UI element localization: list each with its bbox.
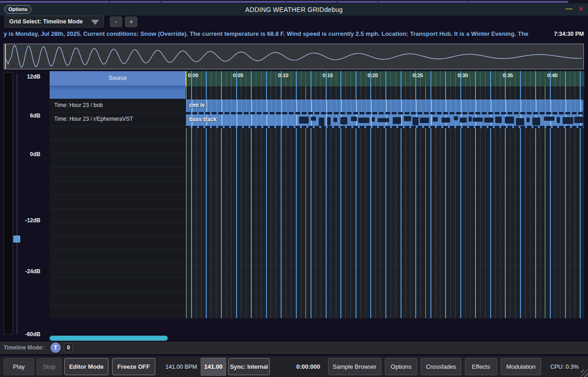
freeze-button[interactable]: Freeze OFF — [112, 358, 155, 375]
grid-line — [301, 71, 301, 86]
stop-button[interactable]: Stop — [37, 358, 62, 375]
grid-line — [351, 100, 351, 112]
clock-display: 7:34:30 PM — [554, 31, 584, 37]
audio-waveform-blob — [454, 116, 458, 120]
grid-line — [316, 100, 317, 112]
top-strip-segment — [467, 0, 468, 3]
grid-line — [560, 100, 561, 112]
chevron-down-icon — [91, 20, 99, 25]
grid-line — [216, 71, 216, 86]
close-icon[interactable]: ✕ — [578, 6, 583, 12]
grid-line — [226, 114, 227, 126]
horizontal-scrollbar[interactable] — [50, 336, 168, 341]
grid-line — [501, 100, 501, 112]
grid-line — [565, 71, 566, 86]
track-row[interactable] — [50, 181, 186, 195]
grid-line — [232, 114, 232, 126]
grid-line — [276, 114, 277, 126]
track-row[interactable] — [50, 278, 186, 292]
grid-line — [286, 100, 287, 112]
grid-row-line — [186, 237, 584, 237]
grid-line — [211, 100, 212, 112]
grid-line — [276, 100, 277, 112]
grid-line — [436, 100, 436, 112]
grid-line — [276, 71, 276, 86]
grid-row-line — [186, 306, 584, 306]
crossfades-button[interactable]: Crossfades — [421, 358, 461, 375]
grid-line — [246, 71, 246, 86]
modulation-button[interactable]: Modulation — [501, 358, 541, 375]
track-row[interactable] — [50, 305, 186, 318]
grid-line — [281, 100, 282, 112]
timeline-mode-value[interactable]: 0 — [64, 343, 73, 352]
grid-line — [221, 71, 222, 86]
sample-browser-button[interactable]: Sample Browser — [328, 358, 381, 375]
grid-line — [376, 100, 376, 112]
star-dot — [1, 216, 2, 217]
track-row[interactable] — [50, 292, 186, 305]
minimize-icon[interactable]: — — [565, 5, 572, 12]
grid-line — [221, 114, 222, 126]
audio-waveform-blob — [526, 118, 530, 122]
grid-line — [390, 71, 391, 86]
source-column-header[interactable]: Source — [50, 71, 186, 85]
grid-line — [470, 71, 470, 86]
grid-line — [435, 71, 436, 86]
timeline-ruler[interactable]: 0:000:050:100:150:200:250:300:350:40 — [186, 71, 584, 86]
grid-select-dropdown[interactable]: Grid Select: Timeline Mode — [5, 16, 104, 28]
ruler-time-label: 0:35 — [503, 73, 513, 78]
audio-waveform-blob — [544, 117, 554, 121]
top-strip-segment — [378, 0, 379, 3]
sync-button[interactable]: Sync: Internal — [228, 358, 270, 375]
track-row[interactable] — [50, 209, 186, 223]
zoom-out-button[interactable]: - — [110, 17, 122, 27]
track-row[interactable]: Time: Hour 23 / r/EphemeraVST — [50, 113, 186, 126]
waveform-overview[interactable] — [4, 44, 584, 69]
track-row[interactable] — [50, 154, 186, 168]
clip-cmi-iv[interactable]: cmi iv — [186, 100, 583, 112]
editor-mode-button[interactable]: Editor Mode — [64, 358, 108, 375]
track-row[interactable] — [50, 223, 186, 236]
zoom-in-button[interactable]: + — [125, 17, 137, 27]
clip-label: bass track — [189, 116, 216, 123]
db-scale-label: -60dB — [13, 331, 40, 338]
track-row[interactable]: Time: Hour 23 / bob — [50, 99, 186, 113]
clip-bass-track[interactable]: bass track — [186, 114, 583, 126]
play-button[interactable]: Play — [4, 358, 34, 375]
grid-line — [490, 71, 491, 86]
timeline-mode-label: Timeline Mode: — [4, 344, 44, 351]
grid-line — [441, 100, 441, 112]
ruler-playhead[interactable] — [186, 71, 187, 86]
effects-button[interactable]: Effects — [465, 358, 497, 375]
clip-divider-dashes — [186, 126, 583, 128]
audio-waveform-blob — [358, 118, 369, 123]
grid-line — [221, 100, 222, 112]
grid-line — [520, 100, 521, 112]
window-title: ADDING WEATHER GRIDdebug — [0, 6, 588, 13]
track-row[interactable] — [50, 195, 186, 209]
grid-line — [341, 100, 342, 112]
track-row[interactable] — [50, 250, 186, 264]
volume-fader-handle[interactable] — [13, 236, 20, 242]
source-selected-row[interactable] — [50, 85, 186, 99]
track-row[interactable] — [50, 168, 186, 181]
overview-playhead[interactable] — [5, 44, 6, 69]
options-panel-button[interactable]: Options — [385, 358, 417, 375]
grid-line — [271, 71, 271, 86]
track-row[interactable] — [50, 264, 186, 278]
track-row[interactable] — [50, 236, 186, 250]
grid-line — [406, 100, 406, 112]
options-button[interactable]: Options — [5, 5, 31, 14]
ruler-time-label: 0:25 — [413, 73, 423, 78]
resize-grip-icon[interactable] — [581, 370, 588, 377]
audio-waveform-blob — [532, 118, 540, 125]
bpm-value-field[interactable]: 141.00 — [201, 358, 226, 376]
track-row[interactable] — [50, 126, 186, 140]
grid-line — [480, 71, 481, 86]
track-row[interactable] — [50, 140, 186, 154]
grid-line — [421, 100, 421, 112]
grid-line — [431, 100, 432, 112]
grid-line — [316, 71, 316, 86]
audio-waveform-blob — [473, 118, 483, 122]
timeline-mode-badge[interactable]: T — [51, 343, 61, 353]
